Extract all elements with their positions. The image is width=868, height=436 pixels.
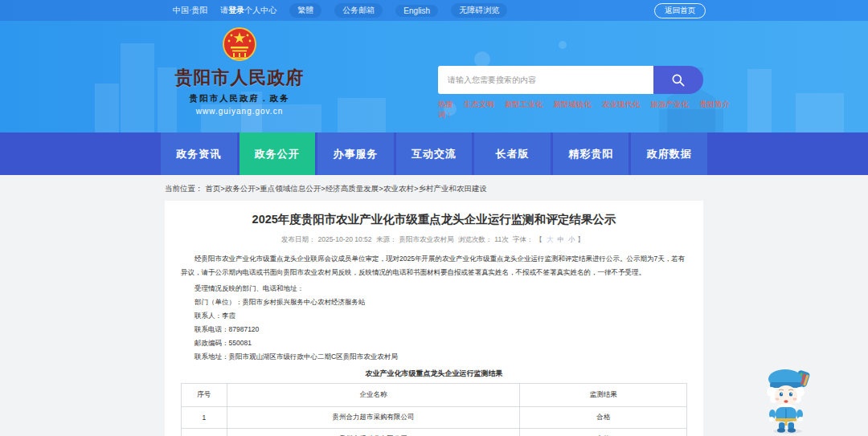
article-card: 2025年度贵阳市农业产业化市级重点龙头企业运行监测和评定结果公示 发布日期：2… xyxy=(165,201,703,436)
table-cell-result: 合格 xyxy=(520,407,687,429)
views-value: 11次 xyxy=(494,235,508,243)
page: 中国·贵阳 请登录个人中心 繁體 公务邮箱 English 无障碍浏览 返回首页 xyxy=(0,0,868,436)
article-paragraph: 联系电话：87987120 xyxy=(181,323,687,336)
breadcrumb-label: 当前位置： xyxy=(165,184,203,193)
main-nav: 政务资讯 政务公开 办事服务 互动交流 长者版 精彩贵阳 政府数据 xyxy=(0,132,868,175)
monitor-results-table: 序号 企业名称 监测结果 1 贵州合力超市采购有限公司 合格 2 贵州友禾种业有… xyxy=(181,383,687,436)
cityscape-decoration xyxy=(0,21,868,132)
table-header-cell: 企业名称 xyxy=(227,384,520,407)
publish-date-value: 2025-10-20 10:52 xyxy=(317,235,371,243)
breadcrumb-segment[interactable]: 经济高质量发展 xyxy=(326,184,379,193)
font-size-medium-button[interactable]: 中 xyxy=(558,235,565,243)
mascot-character-icon[interactable] xyxy=(759,363,817,434)
hot-search-row: 热搜词： 生态文明 新型工业化 新型城镇化 农业现代化 旅游产业化 贵阳简介 xyxy=(438,100,703,120)
table-cell-index: 2 xyxy=(182,429,227,436)
hot-search-word[interactable]: 新型城镇化 xyxy=(554,100,592,120)
hot-search-word[interactable]: 贵阳简介 xyxy=(699,100,730,120)
source-label: 来源： xyxy=(376,235,397,243)
font-size-large-button[interactable]: 大 xyxy=(547,235,554,243)
breadcrumb-segment[interactable]: 农业农村 xyxy=(383,184,414,193)
nav-tab-jingcai-guiyang[interactable]: 精彩贵阳 xyxy=(553,132,629,175)
nav-tab-zhengwu-zixun[interactable]: 政务资讯 xyxy=(161,132,237,175)
hot-search-word[interactable]: 新型工业化 xyxy=(505,100,543,120)
article-paragraph: 联系人：李霞 xyxy=(181,309,687,323)
font-bracket: 】 xyxy=(578,235,585,243)
table-row: 2 贵州友禾种业有限公司 合格 xyxy=(182,429,687,436)
font-size-label: 字体： xyxy=(513,235,534,243)
accessibility-link[interactable]: 无障碍浏览 xyxy=(451,3,507,18)
topbar-link-region[interactable]: 中国·贵阳 xyxy=(173,5,207,16)
table-cell-result: 合格 xyxy=(520,429,687,436)
login-suffix: 个人中心 xyxy=(244,6,276,14)
nav-tab-zhengwu-gongkai[interactable]: 政务公开 xyxy=(240,132,316,175)
lang-traditional-link[interactable]: 繁體 xyxy=(289,3,321,18)
table-header-cell: 监测结果 xyxy=(520,384,687,407)
table-header-row: 序号 企业名称 监测结果 xyxy=(182,384,687,407)
english-link[interactable]: English xyxy=(395,5,438,17)
publish-date-label: 发布日期： xyxy=(281,235,316,243)
breadcrumb-segment-home[interactable]: 首页 xyxy=(205,184,220,193)
article-paragraph: 邮政编码：550081 xyxy=(181,336,687,350)
breadcrumb-segment[interactable]: 重点领域信息公开 xyxy=(260,184,321,193)
article-body: 经贵阳市农业产业化市级重点龙头企业联席会议成员单位审定，现对2025年开展的农业… xyxy=(181,252,687,364)
login-label[interactable]: 登录 xyxy=(228,6,244,14)
site-subtitle: 贵阳市人民政府．政务 xyxy=(167,93,312,104)
table-cell-company: 贵州合力超市采购有限公司 xyxy=(227,407,520,429)
nav-tab-zhengfu-shuju[interactable]: 政府数据 xyxy=(631,132,707,175)
table-cell-company: 贵州友禾种业有限公司 xyxy=(227,429,520,436)
hot-search-word[interactable]: 农业现代化 xyxy=(602,100,641,120)
article-meta: 发布日期：2025-10-20 10:52 来源：贵阳市农业农村局 浏览次数：1… xyxy=(181,235,687,245)
font-size-small-button[interactable]: 小 xyxy=(568,235,575,243)
article-title: 2025年度贵阳市农业产业化市级重点龙头企业运行监测和评定结果公示 xyxy=(181,212,687,227)
font-bracket: 【 xyxy=(536,235,543,243)
topbar: 中国·贵阳 请登录个人中心 繁體 公务邮箱 English 无障碍浏览 返回首页 xyxy=(0,0,868,21)
table-title: 农业产业化市级重点龙头企业运行监测结果 xyxy=(181,369,687,379)
search-icon xyxy=(670,72,686,88)
nav-tab-banshi-fuwu[interactable]: 办事服务 xyxy=(317,132,394,175)
search-button[interactable] xyxy=(653,66,703,94)
breadcrumb-segment[interactable]: 政务公开 xyxy=(225,184,256,193)
breadcrumb-segment[interactable]: 乡村产业和农田建设 xyxy=(418,184,487,193)
return-home-button[interactable]: 返回首页 xyxy=(654,3,706,18)
login-link[interactable]: 请登录个人中心 xyxy=(220,5,276,16)
article-paragraph: 经贵阳市农业产业化市级重点龙头企业联席会议成员单位审定，现对2025年开展的农业… xyxy=(181,252,687,279)
official-mailbox-link[interactable]: 公务邮箱 xyxy=(334,3,383,18)
source-value: 贵阳市农业农村局 xyxy=(399,235,453,243)
hot-search-word[interactable]: 旅游产业化 xyxy=(651,100,690,120)
site-url: www.guiyang.gov.cn xyxy=(167,107,312,116)
search-input[interactable] xyxy=(438,66,653,94)
breadcrumb: 当前位置： 首页>政务公开>重点领域信息公开>经济高质量发展>农业农村>乡村产业… xyxy=(165,184,487,194)
nav-tab-zhangzheban[interactable]: 长者版 xyxy=(474,132,551,175)
article-paragraph: 部门（单位）：贵阳市乡村振兴服务中心农村经济服务站 xyxy=(181,295,687,309)
site-logo[interactable]: 贵阳市人民政府 贵阳市人民政府．政务 www.guiyang.gov.cn xyxy=(167,26,312,116)
table-header-cell: 序号 xyxy=(182,384,227,407)
national-emblem-icon xyxy=(222,26,257,64)
views-label: 浏览次数： xyxy=(458,235,493,243)
search-area: 热搜词： 生态文明 新型工业化 新型城镇化 农业现代化 旅游产业化 贵阳简介 xyxy=(438,66,703,120)
table-row: 1 贵州合力超市采购有限公司 合格 xyxy=(182,407,687,429)
table-cell-index: 1 xyxy=(182,407,227,429)
hot-search-label: 热搜词： xyxy=(438,100,453,120)
article-paragraph: 联系地址：贵阳市观山湖区市级行政中心二期C区贵阳市农业农村局 xyxy=(181,350,687,364)
nav-tab-hudong-jiaoliu[interactable]: 互动交流 xyxy=(396,132,473,175)
article-paragraph: 受理情况反映的部门、电话和地址： xyxy=(181,282,687,295)
login-prefix: 请 xyxy=(220,6,228,14)
site-title: 贵阳市人民政府 xyxy=(167,66,312,90)
topbar-links: 中国·贵阳 请登录个人中心 繁體 公务邮箱 English 无障碍浏览 xyxy=(173,3,507,18)
hot-search-word[interactable]: 生态文明 xyxy=(464,100,494,120)
header-banner: 贵阳市人民政府 贵阳市人民政府．政务 www.guiyang.gov.cn 热搜… xyxy=(0,21,868,132)
